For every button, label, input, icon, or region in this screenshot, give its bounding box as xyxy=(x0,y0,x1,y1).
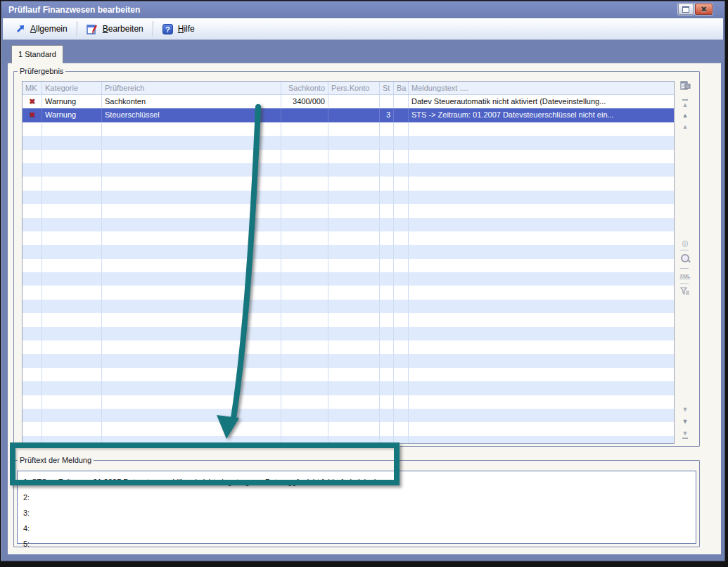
column-header[interactable]: Prüfbereich xyxy=(102,82,281,94)
table-cell-pruefbereich xyxy=(102,327,281,340)
column-chooser-icon[interactable] xyxy=(678,81,692,91)
table-cell-pruefbereich xyxy=(102,286,281,299)
table-cell-kategorie xyxy=(42,191,102,204)
table-cell-perskonto xyxy=(328,368,380,381)
table-row[interactable] xyxy=(23,368,674,381)
table-cell-kategorie xyxy=(42,272,102,286)
table-cell-st xyxy=(380,259,394,272)
column-header[interactable]: Meldungstext .... xyxy=(409,82,674,94)
table-cell-st xyxy=(380,300,394,313)
bearbeiten-button[interactable]: Bearbeiten xyxy=(79,22,151,37)
restore-button[interactable] xyxy=(678,4,694,15)
table-cell-ba xyxy=(394,163,409,177)
restore-icon xyxy=(682,6,689,13)
table-cell-kategorie xyxy=(42,177,102,190)
table-cell-kategorie xyxy=(42,340,102,354)
table-row[interactable] xyxy=(23,313,674,326)
table-cell-kategorie xyxy=(42,204,102,217)
parentheses-icon[interactable]: (|) xyxy=(678,240,692,247)
message-text-area[interactable]: 1: STS -> Zeitraum: 01.2007 Datevsteuers… xyxy=(17,471,696,544)
table-cell-sachkonto xyxy=(281,231,328,245)
help-icon: ? xyxy=(162,24,173,34)
table-cell-meldungstext xyxy=(409,395,674,409)
table-cell-st xyxy=(380,340,394,354)
table-cell-mk xyxy=(23,136,42,149)
table-row[interactable] xyxy=(23,422,674,435)
table-row[interactable] xyxy=(23,327,674,340)
result-table: MKKategoriePrüfbereichSachkontoPers.Kont… xyxy=(22,81,675,444)
table-cell-mk xyxy=(23,218,42,231)
table-row[interactable] xyxy=(23,395,674,409)
filter-icon[interactable] xyxy=(678,287,692,296)
scroll-last-icon[interactable]: ▼ xyxy=(678,430,692,439)
column-header[interactable]: Kategorie xyxy=(42,82,102,94)
table-row[interactable] xyxy=(23,218,674,231)
table-cell-pruefbereich xyxy=(102,395,281,409)
table-row[interactable] xyxy=(23,436,674,443)
tab-standard[interactable]: 1 Standard xyxy=(11,45,63,63)
xml-icon[interactable]: XML xyxy=(678,272,692,280)
hilfe-button[interactable]: ? Hilfe xyxy=(155,22,202,37)
table-row[interactable] xyxy=(23,204,674,217)
column-header[interactable]: Ba xyxy=(394,82,409,94)
table-cell-mk: ✖ xyxy=(23,95,42,108)
table-cell-perskonto xyxy=(328,395,380,409)
to-bottom-arrow-icon: ▼ xyxy=(682,430,689,439)
search-icon[interactable] xyxy=(678,254,692,264)
table-row[interactable] xyxy=(23,245,674,258)
scroll-first-icon[interactable]: ▲ xyxy=(678,99,692,108)
error-x-icon: ✖ xyxy=(29,97,35,106)
side-separator xyxy=(680,284,689,284)
table-cell-kategorie xyxy=(42,368,102,381)
table-row[interactable]: ✖WarnungSteuerschlüssel3STS -> Zeitraum:… xyxy=(23,108,674,122)
table-cell-pruefbereich xyxy=(102,177,281,190)
table-cell-mk xyxy=(23,150,42,163)
table-row[interactable] xyxy=(23,136,674,149)
table-row[interactable] xyxy=(23,150,674,163)
message-line: 5: xyxy=(23,536,690,552)
table-cell-kategorie xyxy=(42,313,102,326)
table-cell-ba xyxy=(394,218,409,231)
table-cell-mk xyxy=(23,340,42,354)
table-row[interactable] xyxy=(23,286,674,299)
down-arrow-icon: ▼ xyxy=(682,418,689,425)
scroll-down-icon[interactable]: ▼ xyxy=(678,418,692,425)
table-cell-pruefbereich xyxy=(102,231,281,245)
column-header[interactable]: Sachkonto xyxy=(281,82,328,94)
table-cell-st xyxy=(380,163,394,177)
table-cell-meldungstext xyxy=(409,231,674,245)
table-side-toolbar: ▲ ▲ ▲ (|) XML xyxy=(678,81,692,444)
table-cell-mk xyxy=(23,436,42,443)
table-row[interactable] xyxy=(23,122,674,136)
scroll-up-icon[interactable]: ▲ xyxy=(678,112,692,119)
message-line: 2: xyxy=(23,490,690,505)
table-row[interactable] xyxy=(23,163,674,177)
table-row[interactable]: ✖WarnungSachkonten3400/000Datev Steuerau… xyxy=(23,95,674,108)
table-cell-ba xyxy=(394,245,409,258)
table-row[interactable] xyxy=(23,231,674,245)
table-cell-perskonto xyxy=(328,381,380,395)
column-header[interactable]: Pers.Konto xyxy=(328,82,380,94)
table-cell-perskonto xyxy=(328,177,380,190)
table-cell-st xyxy=(380,313,394,326)
close-button[interactable]: ✖ xyxy=(695,4,713,15)
column-header[interactable]: MK xyxy=(23,82,42,94)
table-cell-kategorie: Warnung xyxy=(42,95,102,108)
column-header[interactable]: St xyxy=(380,82,394,94)
table-cell-perskonto xyxy=(328,286,380,299)
table-row[interactable] xyxy=(23,191,674,204)
allgemein-button[interactable]: Allgemein xyxy=(8,22,75,36)
table-row[interactable] xyxy=(23,259,674,272)
table-cell-st xyxy=(380,409,394,422)
table-row[interactable] xyxy=(23,409,674,422)
scroll-page-down-icon[interactable]: ▼ xyxy=(678,406,692,413)
table-row[interactable] xyxy=(23,381,674,395)
table-cell-mk xyxy=(23,395,42,409)
table-row[interactable] xyxy=(23,354,674,367)
scroll-page-up-icon[interactable]: ▲ xyxy=(678,123,692,130)
table-row[interactable] xyxy=(23,300,674,313)
table-row[interactable] xyxy=(23,340,674,354)
table-cell-kategorie xyxy=(42,327,102,340)
table-row[interactable] xyxy=(23,272,674,286)
table-row[interactable] xyxy=(23,177,674,190)
